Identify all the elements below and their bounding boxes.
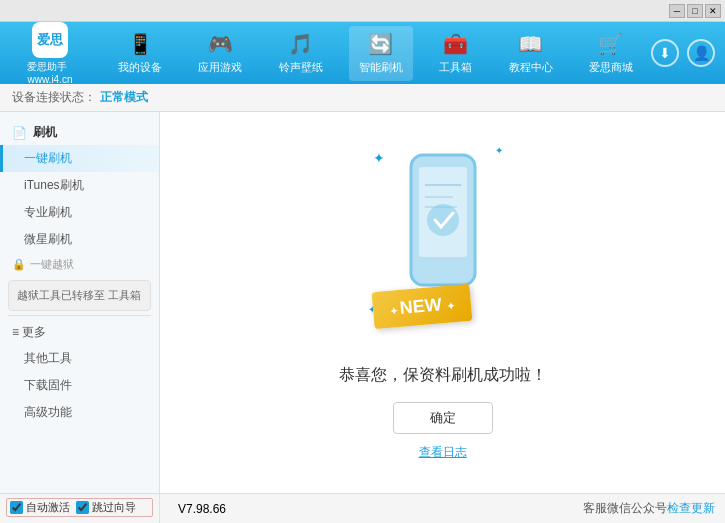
nav-item-store[interactable]: 🛒 爱思商城 — [579, 26, 643, 81]
toolbox-icon: 🧰 — [443, 32, 468, 56]
download-firmware-label: 下载固件 — [24, 378, 72, 392]
other-tools-label: 其他工具 — [24, 351, 72, 365]
checkbox-skip-wizard[interactable]: 跳过向导 — [76, 500, 136, 515]
nav-label-ringtone: 铃声壁纸 — [279, 60, 323, 75]
download-button[interactable]: ⬇ — [651, 39, 679, 67]
smart-flash-icon: 🔄 — [368, 32, 393, 56]
main-area: 📄 刷机 一键刷机 iTunes刷机 专业刷机 微星刷机 🔒 一键越狱 越狱工具… — [0, 112, 725, 493]
auto-activate-checkbox[interactable] — [10, 501, 23, 514]
update-link[interactable]: 检查更新 — [667, 500, 715, 517]
status-value: 正常模式 — [100, 89, 148, 106]
flash-section-icon: 📄 — [12, 126, 27, 140]
micro-flash-label: 微星刷机 — [24, 232, 72, 246]
onekey-flash-label: 一键刷机 — [24, 151, 72, 165]
sidebar: 📄 刷机 一键刷机 iTunes刷机 专业刷机 微星刷机 🔒 一键越狱 越狱工具… — [0, 112, 160, 493]
sidebar-item-itunes-flash[interactable]: iTunes刷机 — [0, 172, 159, 199]
nav-item-smart-flash[interactable]: 🔄 智能刷机 — [349, 26, 413, 81]
again-link[interactable]: 查看日志 — [419, 444, 467, 461]
nav-label-tutorial: 教程中心 — [509, 60, 553, 75]
sidebar-item-pro-flash[interactable]: 专业刷机 — [0, 199, 159, 226]
itunes-flash-label: iTunes刷机 — [24, 178, 84, 192]
jailbreak-notice: 越狱工具已转移至 工具箱 — [8, 280, 151, 311]
apps-games-icon: 🎮 — [208, 32, 233, 56]
status-bar: 设备连接状态： 正常模式 — [0, 84, 725, 112]
version-text: V7.98.66 — [178, 502, 226, 516]
jailbreak-notice-text: 越狱工具已转移至 工具箱 — [17, 289, 141, 301]
nav-item-ringtone[interactable]: 🎵 铃声壁纸 — [269, 26, 333, 81]
store-icon: 🛒 — [598, 32, 623, 56]
sidebar-section-flash: 📄 刷机 — [0, 120, 159, 145]
nav-label-my-device: 我的设备 — [118, 60, 162, 75]
nav-items: 📱 我的设备 🎮 应用游戏 🎵 铃声壁纸 🔄 智能刷机 🧰 工具箱 📖 教程中心… — [100, 26, 651, 81]
sparkle-1: ✦ — [373, 150, 385, 166]
nav-label-toolbox: 工具箱 — [439, 60, 472, 75]
svg-point-6 — [427, 204, 459, 236]
jailbreak-label: 一键越狱 — [30, 257, 74, 272]
ringtone-icon: 🎵 — [288, 32, 313, 56]
nav-item-toolbox[interactable]: 🧰 工具箱 — [429, 26, 482, 81]
nav-label-apps-games: 应用游戏 — [198, 60, 242, 75]
nav-item-tutorial[interactable]: 📖 教程中心 — [499, 26, 563, 81]
logo: 爱思 爱思助手 www.i4.cn — [10, 22, 90, 85]
user-button[interactable]: 👤 — [687, 39, 715, 67]
nav-item-my-device[interactable]: 📱 我的设备 — [108, 26, 172, 81]
window-controls[interactable]: ─ □ ✕ — [669, 4, 721, 18]
status-label: 设备连接状态： — [12, 89, 96, 106]
sidebar-divider — [8, 315, 151, 316]
sidebar-item-onekey-flash[interactable]: 一键刷机 — [0, 145, 159, 172]
close-button[interactable]: ✕ — [705, 4, 721, 18]
pro-flash-label: 专业刷机 — [24, 205, 72, 219]
logo-text: 爱思助手 www.i4.cn — [27, 60, 72, 85]
bottom-left-panel: 自动激活 跳过向导 — [0, 494, 160, 523]
advanced-label: 高级功能 — [24, 405, 72, 419]
nav-right-controls: ⬇ 👤 — [651, 39, 715, 67]
nav-item-apps-games[interactable]: 🎮 应用游戏 — [188, 26, 252, 81]
title-bar: ─ □ ✕ — [0, 0, 725, 22]
nav-bar: 爱思 爱思助手 www.i4.cn 📱 我的设备 🎮 应用游戏 🎵 铃声壁纸 🔄… — [0, 22, 725, 84]
my-device-icon: 📱 — [128, 32, 153, 56]
new-badge-text: NEW — [398, 294, 442, 318]
layout-bottom: 自动激活 跳过向导 V7.98.66 客服 微信公众号 检查更新 — [0, 493, 725, 523]
phone-illustration: ✦ ✦ ✦ NEW — [363, 145, 523, 345]
sidebar-item-micro-flash[interactable]: 微星刷机 — [0, 226, 159, 253]
content-panel: ✦ ✦ ✦ NEW — [160, 112, 725, 493]
auto-activate-label: 自动激活 — [26, 500, 70, 515]
sidebar-item-jailbreak: 🔒 一键越狱 — [0, 253, 159, 276]
sidebar-item-download-firmware[interactable]: 下载固件 — [0, 372, 159, 399]
sidebar-section-flash-label: 刷机 — [33, 124, 57, 141]
nav-label-smart-flash: 智能刷机 — [359, 60, 403, 75]
success-text: 恭喜您，保资料刷机成功啦！ — [339, 365, 547, 386]
sidebar-item-other-tools[interactable]: 其他工具 — [0, 345, 159, 372]
new-banner: NEW — [371, 283, 472, 328]
minimize-button[interactable]: ─ — [669, 4, 685, 18]
bottom-main-panel: V7.98.66 客服 微信公众号 检查更新 — [160, 494, 725, 523]
sidebar-item-advanced[interactable]: 高级功能 — [0, 399, 159, 426]
logo-icon: 爱思 — [32, 22, 68, 58]
wechat-link[interactable]: 微信公众号 — [607, 500, 667, 517]
sidebar-more-header: ≡ 更多 — [0, 320, 159, 345]
confirm-button[interactable]: 确定 — [393, 402, 493, 434]
maximize-button[interactable]: □ — [687, 4, 703, 18]
more-header-label: ≡ 更多 — [12, 324, 46, 341]
checkbox-auto-activate[interactable]: 自动激活 — [10, 500, 70, 515]
sparkle-2: ✦ — [495, 145, 503, 156]
skip-wizard-checkbox[interactable] — [76, 501, 89, 514]
lock-icon: 🔒 — [12, 258, 26, 271]
tutorial-icon: 📖 — [518, 32, 543, 56]
nav-label-store: 爱思商城 — [589, 60, 633, 75]
skip-wizard-label: 跳过向导 — [92, 500, 136, 515]
support-link[interactable]: 客服 — [583, 500, 607, 517]
